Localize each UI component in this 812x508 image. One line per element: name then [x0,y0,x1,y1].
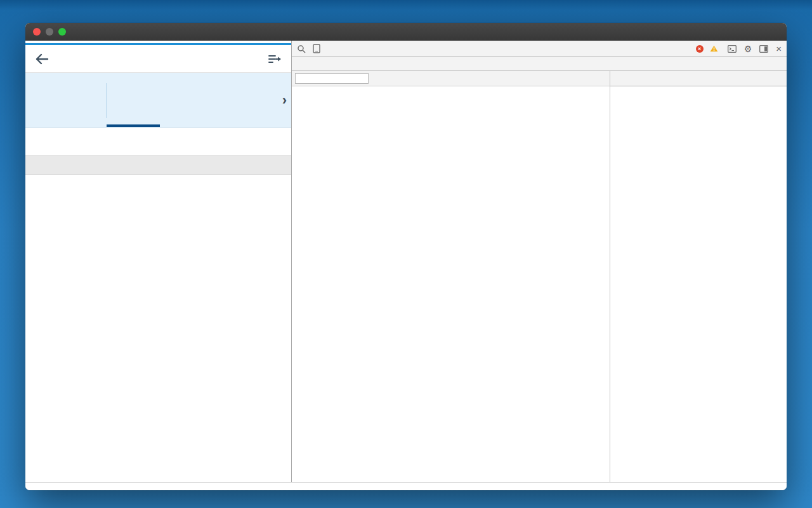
menu-list-icon [268,53,282,65]
settings-gear-icon[interactable]: ⚙ [744,44,752,53]
macos-titlebar[interactable] [25,23,787,41]
close-window-button[interactable] [33,28,41,36]
zoom-window-button[interactable] [58,28,66,36]
tab-scroll-right-button[interactable]: › [282,93,291,107]
back-button[interactable] [33,50,51,68]
minimize-window-button[interactable] [46,28,53,36]
selected-tab-underline [107,124,160,127]
products-section-title [25,128,291,156]
dock-side-icon [759,45,768,53]
tab-all-products[interactable] [25,73,106,127]
icon-tab-bar: › [25,73,291,128]
back-arrow-icon [35,53,49,65]
dock-side-button[interactable] [756,45,771,53]
close-devtools-button[interactable]: × [776,44,782,53]
properties-body [610,86,787,482]
inspector-tabs [610,71,787,86]
warning-icon [710,45,718,52]
search-icon [297,44,306,53]
control-tree [292,86,610,482]
console-prompt-icon [728,45,737,53]
console-errors-badge[interactable]: × [696,45,705,53]
selected-control-header [610,90,787,101]
devtools-pane: × [292,41,787,482]
products-table-header [25,156,291,175]
app-accent-bar [25,41,291,45]
devtools-toolbar: × [292,41,787,57]
tree-filter-bar [292,71,610,86]
inspect-element-button[interactable] [294,41,309,57]
app-window: › [25,23,787,490]
device-mode-button[interactable] [309,41,324,57]
window-bottom-strip [25,482,787,490]
error-icon: × [696,45,704,53]
console-warnings-badge[interactable] [710,45,720,52]
console-drawer-button[interactable] [724,45,740,53]
ui5-subtabs [292,57,787,71]
app-preview-pane: › [25,41,292,482]
properties-panel [610,71,787,482]
search-input[interactable] [295,73,369,84]
overflow-menu-button[interactable] [266,50,284,68]
products-list [25,175,291,482]
device-phone-icon [313,44,320,53]
tab-divider [106,83,107,118]
app-page-header [25,45,291,73]
